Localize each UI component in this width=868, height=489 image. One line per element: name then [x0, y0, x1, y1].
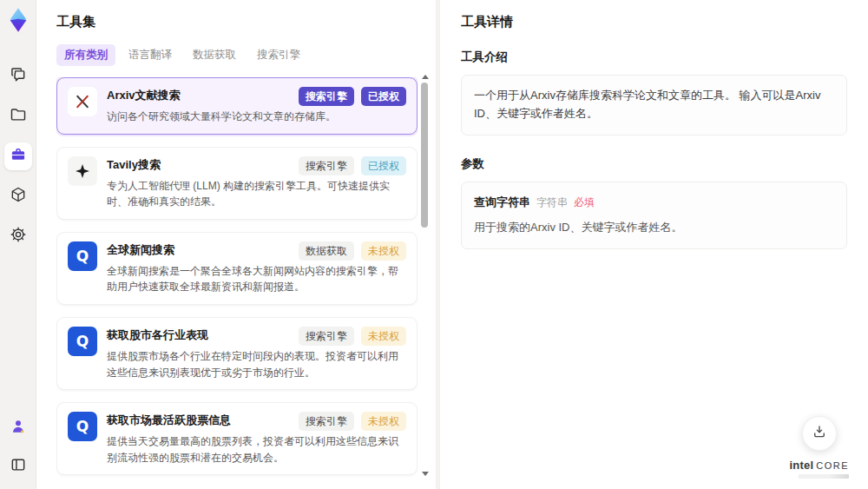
tool-category-badge: 搜索引擎	[299, 412, 354, 431]
tab-search-engine[interactable]: 搜索引擎	[249, 44, 308, 66]
scroll-down-arrow-icon[interactable]	[422, 472, 429, 476]
category-tabs: 所有类别 语言翻译 数据获取 搜索引擎	[56, 44, 436, 66]
tool-card[interactable]: Q 获取市场最活跃股票信息 搜索引擎 未授权 提供当天交易量最高的股票列表，投资…	[56, 402, 418, 475]
briefcase-icon	[10, 146, 27, 167]
sidebar-item-settings[interactable]	[4, 222, 32, 250]
page-title: 工具集	[56, 14, 436, 30]
corner-widgets: intel CORE	[789, 416, 849, 479]
tool-auth-badge: 已授权	[361, 156, 406, 175]
intel-logo-subline	[799, 474, 849, 479]
tool-name: 全球新闻搜索	[107, 241, 292, 259]
tool-category-badge: 搜索引擎	[299, 327, 354, 346]
tool-desc: 提供当天交易量最高的股票列表，投资者可以利用这些信息来识别流动性强的股票和潜在的…	[107, 433, 406, 466]
intro-heading: 工具介绍	[461, 50, 847, 65]
tool-category-badge: 数据获取	[299, 241, 354, 261]
panel-toggle-icon	[10, 456, 27, 477]
detail-title: 工具详情	[461, 14, 847, 30]
tool-desc: 访问各个研究领域大量科学论文和文章的存储库。	[107, 109, 406, 125]
sidebar-item-account[interactable]	[4, 414, 32, 442]
tool-card[interactable]: Q 获取股市各行业表现 搜索引擎 未授权 提供股票市场各个行业在特定时间段内的表…	[56, 317, 418, 390]
qnews-icon: Q	[68, 412, 97, 441]
param-required-badge: 必填	[574, 195, 595, 211]
scrollbar[interactable]	[421, 75, 429, 476]
scrollbar-thumb[interactable]	[421, 83, 428, 228]
tool-card[interactable]: Tavily搜索 搜索引擎 已授权 专为人工智能代理 (LLM) 构建的搜索引擎…	[56, 147, 418, 220]
tool-card[interactable]: Arxiv文献搜索 搜索引擎 已授权 访问各个研究领域大量科学论文和文章的存储库…	[56, 77, 418, 135]
tool-auth-badge: 未授权	[361, 412, 406, 431]
sidebar-item-files[interactable]	[4, 102, 32, 130]
param-desc: 用于搜索的Arxiv ID、关键字或作者姓名。	[474, 219, 834, 237]
app-window: 工具集 所有类别 语言翻译 数据获取 搜索引擎 Arxiv文献搜索 搜索引擎 已…	[0, 0, 868, 489]
tab-language-translation[interactable]: 语言翻译	[121, 44, 180, 66]
tool-desc: 专为人工智能代理 (LLM) 构建的搜索引擎工具。可快速提供实时、准确和真实的结…	[107, 178, 406, 210]
tool-card[interactable]: Q 全球新闻搜索 数据获取 未授权 全球新闻搜索是一个聚合全球各大新闻网站内容的…	[56, 232, 418, 305]
download-button[interactable]	[802, 416, 837, 451]
app-logo-gem-icon	[5, 7, 31, 33]
qnews-icon: Q	[68, 241, 97, 271]
folder-icon	[10, 106, 27, 127]
scroll-up-arrow-icon[interactable]	[422, 75, 429, 79]
gear-icon	[10, 226, 27, 247]
sidebar	[0, 0, 36, 489]
tool-detail-panel: 工具详情 工具介绍 一个用于从Arxiv存储库搜索科学论文和文章的工具。 输入可…	[440, 0, 868, 489]
param-name: 查询字符串	[474, 194, 530, 212]
tool-auth-badge: 已授权	[361, 87, 406, 106]
chat-icon	[10, 66, 27, 87]
tool-name: 获取股市各行业表现	[107, 327, 292, 344]
tool-list: Arxiv文献搜索 搜索引擎 已授权 访问各个研究领域大量科学论文和文章的存储库…	[56, 77, 418, 479]
sidebar-item-chat[interactable]	[4, 63, 32, 90]
cube-icon	[10, 186, 27, 207]
param-type: 字符串	[536, 195, 568, 211]
sidebar-item-packages[interactable]	[4, 182, 32, 210]
tool-category-badge: 搜索引擎	[299, 87, 354, 106]
tool-auth-badge: 未授权	[361, 241, 406, 261]
qnews-icon: Q	[68, 327, 97, 356]
tool-desc: 提供股票市场各个行业在特定时间段内的表现。投资者可以利用这些信息来识别表现优于或…	[107, 348, 406, 380]
toolset-panel: 工具集 所有类别 语言翻译 数据获取 搜索引擎 Arxiv文献搜索 搜索引擎 已…	[36, 0, 436, 489]
arxiv-icon	[68, 87, 97, 116]
tavily-icon	[68, 156, 97, 186]
tool-auth-badge: 未授权	[361, 327, 406, 346]
tool-desc: 全球新闻搜索是一个聚合全球各大新闻网站内容的搜索引擎，帮助用户快速获取全球最新资…	[107, 263, 406, 295]
sidebar-item-collapse[interactable]	[4, 453, 32, 480]
tab-data-acquisition[interactable]: 数据获取	[185, 44, 244, 66]
tool-name: 获取市场最活跃股票信息	[107, 412, 292, 429]
tool-category-badge: 搜索引擎	[299, 156, 354, 175]
user-avatar-icon	[10, 418, 27, 439]
sidebar-item-toolbox[interactable]	[4, 142, 32, 170]
intel-core-logo: intel CORE	[789, 459, 849, 472]
tool-name: Arxiv文献搜索	[107, 87, 292, 104]
tab-all-categories[interactable]: 所有类别	[56, 44, 115, 66]
param-card: 查询字符串 字符串 必填 用于搜索的Arxiv ID、关键字或作者姓名。	[461, 182, 847, 250]
intro-text: 一个用于从Arxiv存储库搜索科学论文和文章的工具。 输入可以是Arxiv ID…	[461, 75, 847, 135]
download-icon	[812, 424, 827, 443]
params-heading: 参数	[461, 156, 847, 172]
tool-name: Tavily搜索	[107, 156, 292, 174]
